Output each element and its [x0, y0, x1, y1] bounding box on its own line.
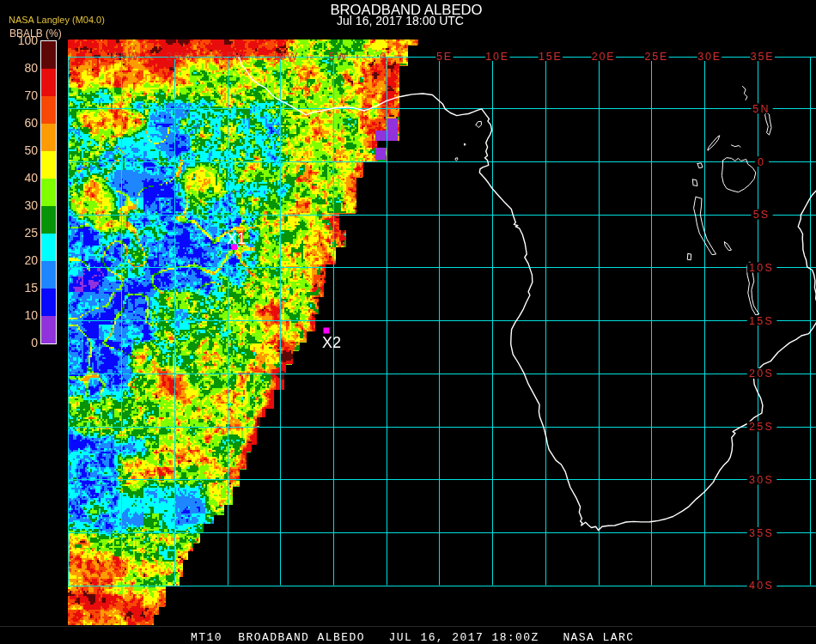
svg-text:25W: 25W	[113, 51, 140, 63]
svg-text:NASA Langley (M04.0): NASA Langley (M04.0)	[9, 15, 105, 25]
svg-text:40: 40	[24, 171, 38, 185]
svg-text:5S: 5S	[753, 209, 770, 221]
svg-text:X1: X1	[227, 230, 246, 247]
svg-text:BBALB (%): BBALB (%)	[9, 27, 62, 39]
svg-text:20: 20	[24, 253, 38, 267]
svg-text:50: 50	[24, 143, 38, 157]
svg-text:60: 60	[24, 116, 38, 130]
svg-text:5W: 5W	[329, 51, 348, 63]
svg-text:20W: 20W	[166, 51, 192, 63]
svg-text:30: 30	[24, 198, 38, 212]
svg-text:Jul 16, 2017 18:00 UTC: Jul 16, 2017 18:00 UTC	[337, 14, 464, 27]
svg-text:40S: 40S	[749, 580, 774, 592]
svg-text:15S: 15S	[749, 315, 774, 327]
svg-text:0: 0	[31, 336, 38, 349]
svg-text:35S: 35S	[749, 527, 774, 539]
svg-text:70: 70	[24, 88, 38, 102]
svg-text:5E: 5E	[436, 51, 453, 63]
svg-text:30E: 30E	[697, 51, 722, 63]
svg-text:X2: X2	[322, 334, 341, 351]
svg-text:20S: 20S	[749, 368, 774, 380]
svg-text:10E: 10E	[485, 51, 509, 63]
svg-text:20E: 20E	[592, 51, 616, 63]
svg-text:80: 80	[24, 61, 38, 75]
svg-text:0: 0	[380, 51, 387, 63]
svg-text:25: 25	[24, 226, 38, 240]
svg-text:15E: 15E	[539, 51, 563, 63]
svg-text:25S: 25S	[749, 421, 774, 433]
svg-text:10W: 10W	[272, 51, 299, 63]
svg-text:15: 15	[24, 281, 38, 295]
svg-text:15W: 15W	[219, 51, 246, 63]
svg-text:5N: 5N	[752, 103, 770, 115]
svg-text:0: 0	[758, 156, 765, 168]
svg-text:10S: 10S	[749, 262, 774, 274]
svg-text:35E: 35E	[751, 51, 775, 63]
svg-text:MT10 BROADBAND ALBEDO JUL 1: MT10 BROADBAND ALBEDO JUL 16, 2017 18:00…	[191, 631, 634, 644]
svg-text:30S: 30S	[749, 474, 774, 486]
svg-text:10: 10	[24, 308, 38, 322]
svg-text:25E: 25E	[644, 51, 668, 63]
